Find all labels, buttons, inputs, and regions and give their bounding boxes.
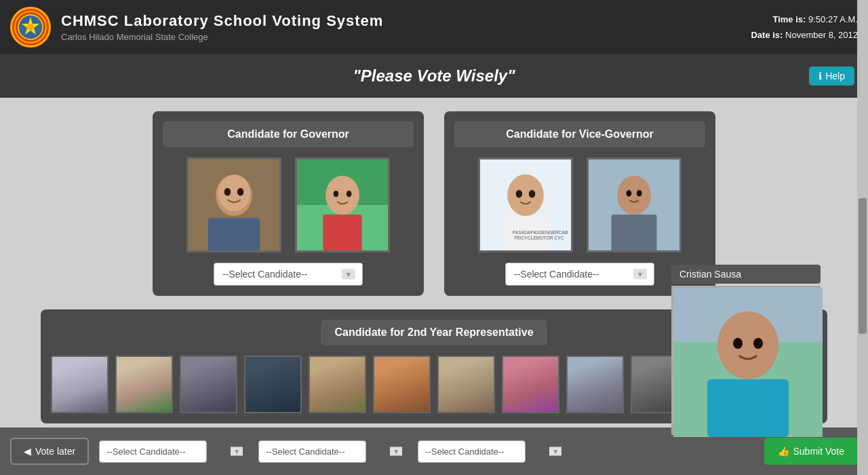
governor-candidate-1[interactable] — [186, 157, 281, 252]
submit-label: Submit Vote — [793, 446, 845, 457]
school-logo — [10, 7, 51, 48]
help-label: Help — [825, 71, 845, 81]
tooltip-popup: Cristian Sausa — [671, 265, 821, 435]
svg-point-11 — [326, 176, 359, 214]
svg-text:PASADAPASSENGERCAB: PASADAPASSENGERCAB — [513, 230, 568, 235]
rep-candidate-8[interactable] — [502, 356, 559, 413]
svg-point-30 — [733, 338, 743, 349]
date-label: Date is: — [751, 30, 783, 40]
governor-select-wrapper: --Select Candidate-- — [163, 263, 414, 286]
scrollbar-thumb[interactable] — [859, 198, 867, 334]
rep-candidate-6[interactable] — [373, 356, 431, 413]
governor-photo-2-img — [297, 159, 388, 250]
tooltip-name: Cristian Sausa — [671, 265, 821, 284]
back-icon: ◀ — [24, 446, 31, 457]
vice-governor-photos: PASADAPASSENGERCAB TRICYCLEMOTOR CYC — [454, 157, 705, 252]
governor-select-label: --Select Candidate-- — [222, 269, 307, 280]
rep-candidate-7[interactable] — [437, 356, 495, 413]
svg-rect-26 — [612, 214, 657, 252]
rep-title: Candidate for 2nd Year Representative — [321, 320, 547, 345]
vice-governor-title: Candidate for Vice-Governor — [454, 121, 705, 147]
vice-governor-photo-1-img: PASADAPASSENGERCAB TRICYCLEMOTOR CYC — [480, 159, 571, 250]
svg-point-16 — [507, 174, 544, 216]
svg-rect-14 — [323, 214, 361, 250]
governor-section: Candidate for Governor — [153, 111, 424, 296]
svg-point-25 — [637, 190, 642, 197]
time-display: Time is: 9:50:27 A.M. — [751, 12, 858, 27]
rep-candidate-1[interactable] — [51, 356, 108, 413]
vice-governor-select-wrapper: --Select Candidate-- — [454, 263, 705, 286]
rep-candidate-2[interactable] — [115, 356, 173, 413]
submit-vote-button[interactable]: 👍 Submit Vote — [764, 438, 859, 465]
thumbs-up-icon: 👍 — [778, 446, 789, 457]
app-title: CHMSC Laboratory School Voting System — [61, 12, 751, 30]
svg-text:TRICYCLEMOTOR CYC: TRICYCLEMOTOR CYC — [514, 235, 564, 240]
bottom-select-1[interactable]: --Select Candidate-- — [99, 440, 207, 463]
time-value: 9:50:27 A.M. — [808, 14, 858, 24]
vote-later-label: Vote later — [35, 446, 75, 457]
rep-candidate-5[interactable] — [309, 356, 366, 413]
time-label: Time is: — [772, 14, 806, 24]
date-display: Date is: November 8, 2012 — [751, 27, 858, 43]
svg-point-13 — [347, 191, 352, 197]
app-subtitle: Carlos Hilado Memorial State College — [61, 32, 751, 42]
rep-candidate-9[interactable] — [566, 356, 624, 413]
svg-point-29 — [717, 311, 778, 379]
svg-point-8 — [237, 188, 244, 195]
rep-candidate-4[interactable] — [244, 356, 302, 413]
svg-point-6 — [218, 175, 250, 212]
svg-rect-32 — [707, 379, 789, 437]
vote-later-button[interactable]: ◀ Vote later — [10, 438, 89, 465]
banner-text: "Please Vote Wisely" — [353, 66, 515, 85]
scrollbar[interactable] — [857, 0, 868, 475]
svg-point-24 — [627, 190, 632, 197]
svg-point-12 — [334, 191, 339, 197]
vice-governor-select-label: --Select Candidate-- — [514, 269, 599, 280]
governor-photo-1-img — [189, 159, 279, 250]
governor-title: Candidate for Governor — [163, 121, 414, 147]
governor-photos — [163, 157, 414, 252]
svg-point-18 — [529, 190, 536, 197]
header-datetime: Time is: 9:50:27 A.M. Date is: November … — [751, 12, 858, 43]
vice-governor-select[interactable]: --Select Candidate-- — [505, 263, 654, 286]
vice-governor-candidate-2[interactable] — [587, 157, 682, 252]
svg-point-23 — [617, 176, 651, 214]
info-icon: ℹ — [818, 71, 822, 81]
svg-point-31 — [753, 338, 763, 349]
header-text: CHMSC Laboratory School Voting System Ca… — [61, 12, 751, 42]
rep-candidate-3[interactable] — [180, 356, 237, 413]
bottom-select-1-wrapper: --Select Candidate-- — [99, 440, 248, 463]
tooltip-photo — [671, 286, 821, 435]
svg-point-7 — [224, 188, 231, 195]
vice-governor-photo-2-img — [589, 159, 679, 250]
date-value: November 8, 2012 — [785, 30, 858, 40]
svg-point-2 — [27, 24, 34, 31]
bottom-select-3[interactable]: --Select Candidate-- — [418, 440, 526, 463]
bottom-select-3-wrapper: --Select Candidate-- — [418, 440, 567, 463]
bottom-select-2[interactable]: --Select Candidate-- — [258, 440, 366, 463]
help-button[interactable]: ℹ Help — [809, 66, 854, 86]
bottom-select-2-wrapper: --Select Candidate-- — [258, 440, 408, 463]
svg-point-17 — [516, 190, 523, 197]
vote-banner: "Please Vote Wisely" ℹ Help — [0, 54, 868, 98]
svg-rect-5 — [208, 218, 260, 252]
governor-select[interactable]: --Select Candidate-- — [214, 263, 363, 286]
header: CHMSC Laboratory School Voting System Ca… — [0, 0, 868, 54]
governor-candidate-2[interactable] — [295, 157, 390, 252]
vice-governor-candidate-1[interactable]: PASADAPASSENGERCAB TRICYCLEMOTOR CYC — [478, 157, 573, 252]
